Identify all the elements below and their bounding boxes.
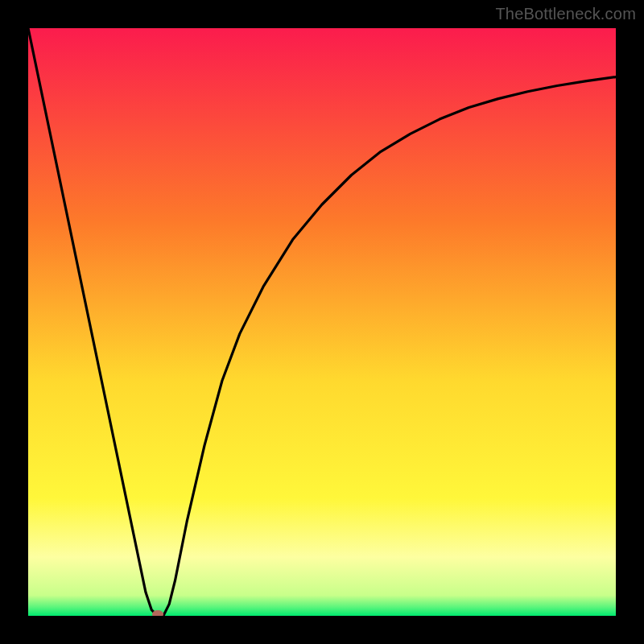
watermark-text: TheBottleneck.com [495, 5, 636, 23]
chart-minimum-marker [152, 610, 163, 616]
chart-plot-area [28, 28, 616, 616]
chart-curve [28, 28, 616, 616]
